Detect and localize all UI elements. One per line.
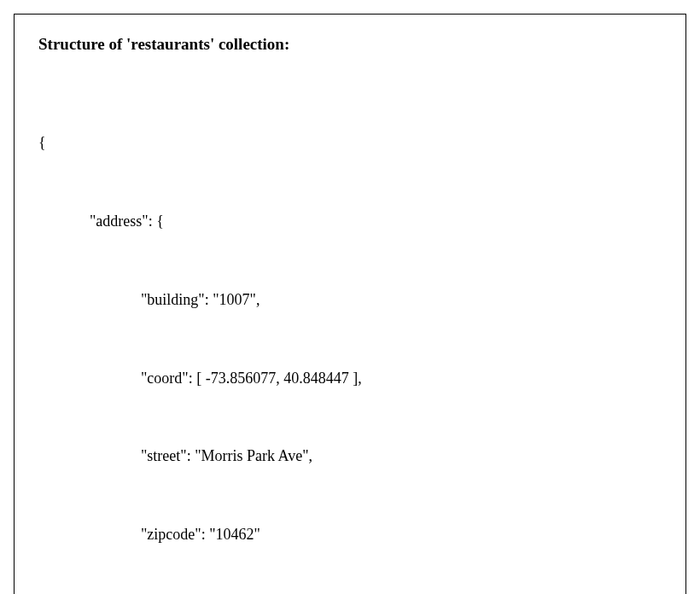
code-line-street: "street": "Morris Park Ave", bbox=[38, 443, 662, 469]
code-line-open: { bbox=[38, 130, 662, 156]
document-container: Structure of 'restaurants' collection: {… bbox=[14, 14, 686, 594]
code-line-building: "building": "1007", bbox=[38, 287, 662, 313]
code-line-zipcode: "zipcode": "10462" bbox=[38, 521, 662, 548]
document-title: Structure of 'restaurants' collection: bbox=[38, 35, 662, 54]
code-line-address-open: "address": { bbox=[38, 208, 662, 235]
code-block: { "address": { "building": "1007", "coor… bbox=[38, 78, 662, 594]
code-line-coord: "coord": [ -73.856077, 40.848447 ], bbox=[38, 365, 662, 392]
